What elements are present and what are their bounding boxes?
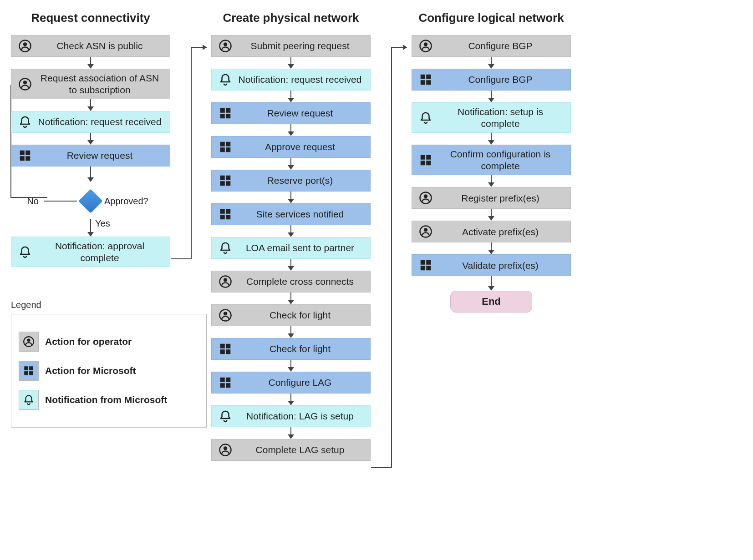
step-label: Validate prefix(es) — [435, 260, 566, 272]
user-icon — [19, 332, 39, 352]
step-complete-lag-setup: Complete LAG setup — [211, 439, 371, 461]
bell-icon — [216, 241, 234, 255]
step-configure-bgp-ms: Configure BGP — [412, 69, 571, 91]
microsoft-icon — [216, 207, 234, 221]
step-label: Configure BGP — [435, 74, 566, 86]
step-label: Notification: LAG is setup — [234, 410, 366, 422]
microsoft-icon — [216, 174, 234, 187]
microsoft-icon — [216, 342, 234, 356]
arrow-down-icon — [288, 124, 294, 136]
step-label: Notification: approval complete — [34, 240, 165, 263]
column-request-connectivity: Request connectivity Check ASN is public… — [11, 11, 170, 267]
arrow-down-icon — [288, 91, 294, 102]
step-review-request: Review request — [11, 145, 170, 166]
step-notif-setup-complete: Notification: setup is complete — [412, 102, 571, 133]
step-label: Review request — [234, 107, 366, 119]
arrow-down-icon — [87, 219, 94, 237]
step-request-association: Request association of ASN to subscripti… — [11, 69, 170, 99]
step-check-for-light-op: Check for light — [211, 304, 371, 326]
step-activate-prefixes: Activate prefix(es) — [412, 221, 571, 242]
step-label: Notification: setup is complete — [435, 106, 566, 129]
step-notif-request-received: Notification: request received — [211, 69, 371, 91]
step-label: Configure LAG — [234, 377, 366, 388]
microsoft-icon — [216, 140, 234, 154]
step-review-request: Review request — [211, 102, 371, 124]
bell-icon — [19, 390, 39, 410]
legend-label: Notification from Microsoft — [45, 394, 167, 405]
user-icon — [216, 308, 234, 322]
arrow-down-icon — [288, 192, 294, 203]
step-configure-lag: Configure LAG — [211, 372, 371, 394]
arrow-down-icon — [488, 175, 494, 187]
legend-label: Action for operator — [45, 336, 132, 347]
arrow-down-icon — [288, 225, 294, 237]
user-icon — [417, 225, 435, 238]
microsoft-icon — [19, 361, 39, 381]
step-check-asn-public: Check ASN is public — [11, 35, 170, 57]
legend-box: Action for operator Action for Microsoft… — [11, 314, 207, 428]
step-notif-request-received: Notification: request received — [11, 111, 170, 133]
step-site-services-notified: Site services notified — [211, 203, 371, 225]
legend-item-operator: Action for operator — [19, 332, 199, 352]
legend-label: Action for Microsoft — [45, 365, 136, 376]
step-submit-peering-request: Submit peering request — [211, 35, 371, 57]
user-icon — [16, 39, 34, 53]
decision-no-line — [44, 201, 77, 202]
step-complete-cross-connects: Complete cross connects — [211, 271, 371, 293]
step-label: Check ASN is public — [34, 40, 165, 52]
arrow-down-icon — [488, 57, 494, 69]
step-label: Reserve port(s) — [234, 175, 366, 187]
arrow-down-icon — [488, 91, 494, 102]
bell-icon — [417, 111, 435, 125]
user-icon — [216, 275, 234, 288]
legend-item-notification: Notification from Microsoft — [19, 390, 199, 410]
step-configure-bgp-op: Configure BGP — [412, 35, 571, 57]
step-confirm-configuration-complete: Confirm configuration is complete — [412, 145, 571, 175]
arrow-down-icon — [288, 57, 294, 69]
microsoft-icon — [216, 106, 234, 120]
column-title: Request connectivity — [31, 11, 150, 25]
legend-item-microsoft: Action for Microsoft — [19, 361, 199, 381]
step-label: Complete cross connects — [234, 276, 366, 288]
step-label: Activate prefix(es) — [435, 226, 566, 238]
step-label: Configure BGP — [435, 40, 566, 52]
arrow-down-icon — [288, 427, 294, 439]
end-node: End — [450, 291, 532, 313]
step-reserve-ports: Reserve port(s) — [211, 170, 371, 192]
connector-c1-to-c2 — [170, 45, 212, 272]
user-icon — [417, 39, 435, 53]
step-loa-email: LOA email sent to partner — [211, 237, 371, 259]
column-create-physical-network: Create physical network Submit peering r… — [211, 11, 371, 461]
arrow-down-icon — [488, 209, 494, 221]
microsoft-icon — [417, 153, 435, 167]
step-label: Submit peering request — [234, 40, 366, 52]
user-icon — [216, 443, 234, 457]
user-icon — [16, 77, 34, 91]
arrow-down-icon — [87, 133, 94, 145]
step-label: Check for light — [234, 309, 366, 321]
bell-icon — [16, 245, 34, 259]
microsoft-icon — [216, 376, 234, 389]
step-register-prefixes: Register prefix(es) — [412, 187, 571, 209]
microsoft-icon — [417, 73, 435, 86]
step-validate-prefixes: Validate prefix(es) — [412, 254, 571, 276]
bell-icon — [216, 409, 234, 423]
step-label: Complete LAG setup — [234, 444, 366, 456]
arrow-down-icon — [488, 242, 494, 254]
arrow-down-icon — [288, 158, 294, 170]
step-label: Confirm configuration is complete — [435, 148, 566, 172]
step-label: LOA email sent to partner — [234, 242, 366, 254]
step-notif-approval-complete: Notification: approval complete — [11, 237, 170, 267]
legend-title: Legend — [11, 300, 207, 310]
arrow-down-icon — [488, 276, 494, 291]
step-notif-lag-setup: Notification: LAG is setup — [211, 405, 371, 427]
decision-no-label: No — [27, 196, 39, 207]
microsoft-icon — [417, 258, 435, 272]
column-configure-logical-network: Configure logical network Configure BGP … — [412, 11, 571, 313]
bell-icon — [216, 73, 234, 86]
step-label: Notification: request received — [34, 116, 165, 128]
diamond-icon — [78, 189, 103, 213]
step-label: Register prefix(es) — [435, 192, 566, 204]
microsoft-icon — [16, 149, 34, 162]
step-label: Notification: request received — [234, 74, 366, 86]
